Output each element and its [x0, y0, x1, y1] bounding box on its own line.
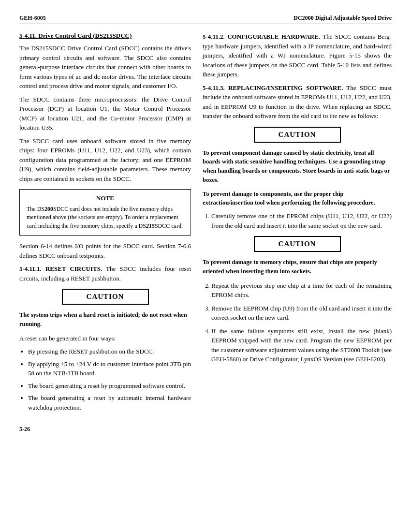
left-para5: A reset can be generated in four ways:: [19, 334, 191, 343]
list-item: If the same failure symptoms still exist…: [211, 326, 392, 364]
list-item: By pressing the RESET pushbutton on the …: [28, 347, 191, 356]
page-footer: 5-26: [19, 426, 392, 433]
caution3-box: CAUTION: [254, 236, 341, 252]
para-tool: To prevent damage to components, use the…: [203, 190, 392, 208]
header-right: DC2000 Digital Adjustable Speed Drive: [294, 15, 392, 22]
list-item: The board generating a reset by automati…: [28, 393, 191, 412]
page-number: 5-26: [19, 426, 30, 432]
caution1-label: CAUTION: [87, 293, 124, 300]
left-para3: The SDCC card uses onboard software stor…: [19, 136, 191, 184]
caution2-container: CAUTION To prevent component damage caus…: [203, 127, 392, 185]
list-item: The board generating a reset by programm…: [28, 381, 191, 391]
note-text: The DS200SDCC card does not include the …: [27, 205, 184, 230]
caution1-box: CAUTION: [62, 289, 149, 305]
caution3-label: CAUTION: [279, 240, 316, 248]
numbered-list-cont: Repeat the previous step one chip at a t…: [211, 281, 392, 364]
list-item: Remove the EEPROM chip (U9) from the old…: [211, 304, 392, 323]
right-section-5413: 5-4.11.3. REPLACING/INSERTING SOFTWARE. …: [203, 83, 392, 121]
content-columns: 5-4.11. Drive Control Card (DS215SDCC) T…: [19, 32, 392, 416]
left-para2: The SDCC contains three microprocessors:…: [19, 95, 191, 133]
caution2-text: To prevent component damage caused by st…: [203, 148, 392, 185]
caution2-label: CAUTION: [279, 131, 316, 138]
caution3-text: To prevent damage to memory chips, ensur…: [203, 258, 392, 276]
reset-section: 5-4.11.1. RESET CIRCUITS. The SDCC inclu…: [19, 264, 191, 283]
caution2-box: CAUTION: [254, 127, 341, 143]
main-section-title: 5-4.11. Drive Control Card (DS215SDCC): [19, 32, 191, 40]
note-box: NOTE The DS200SDCC card does not include…: [19, 189, 191, 236]
left-para4: Section 6-14 defines I/O points for the …: [19, 241, 191, 260]
numbered-list: Carefully remove one of the EPROM chips …: [211, 211, 392, 230]
page: GEH-6005 DC2000 Digital Adjustable Speed…: [0, 0, 411, 532]
left-column: 5-4.11. Drive Control Card (DS215SDCC) T…: [19, 32, 191, 416]
page-header: GEH-6005 DC2000 Digital Adjustable Speed…: [19, 15, 392, 24]
bullet-list: By pressing the RESET pushbutton on the …: [28, 347, 191, 412]
left-para1: The DS215SDCC Drive Control Card (SDCC) …: [19, 44, 191, 91]
list-item: Repeat the previous step one chip at a t…: [211, 281, 392, 300]
section-5412-title: 5-4.11.2. CONFIGURABLE HARDWARE.: [203, 33, 320, 40]
right-section-5412: 5-4.11.2. CONFIGURABLE HARDWARE. The SDC…: [203, 32, 392, 79]
list-item: Carefully remove one of the EPROM chips …: [211, 211, 392, 230]
caution3-container: CAUTION To prevent damage to memory chip…: [203, 236, 392, 276]
header-left: GEH-6005: [19, 15, 46, 22]
section-5413-title: 5-4.11.3. REPLACING/INSERTING SOFTWARE.: [203, 84, 343, 91]
note-title: NOTE: [27, 194, 184, 202]
list-item: By applying +5 to +24 V dc to customer i…: [28, 359, 191, 378]
reset-section-title: 5-4.11.1. RESET CIRCUITS.: [19, 265, 102, 272]
right-column: 5-4.11.2. CONFIGURABLE HARDWARE. The SDC…: [203, 32, 392, 416]
caution1-text: The system trips when a hard reset is in…: [19, 310, 191, 329]
caution1-container: CAUTION The system trips when a hard res…: [19, 289, 191, 329]
